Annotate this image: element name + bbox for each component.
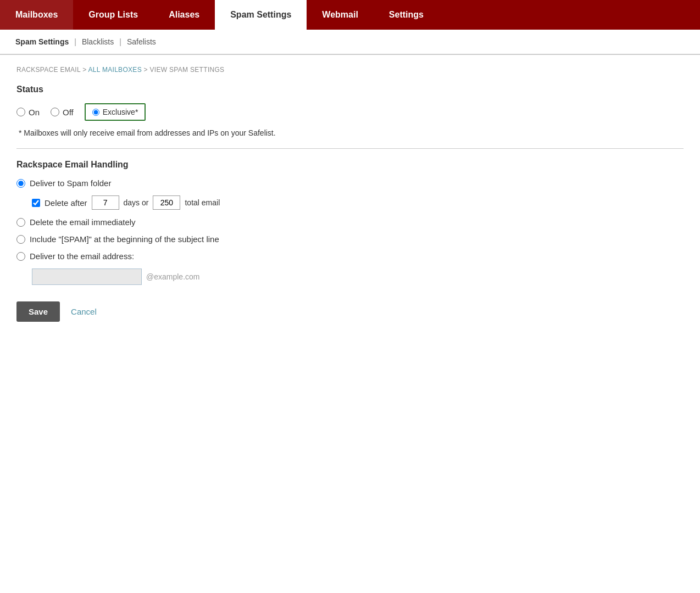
cancel-button[interactable]: Cancel bbox=[71, 307, 97, 316]
status-off-radio[interactable] bbox=[51, 108, 59, 116]
delete-after-checkbox[interactable] bbox=[32, 199, 40, 207]
top-nav: Mailboxes Group Lists Aliases Spam Setti… bbox=[0, 0, 700, 30]
email-address-input[interactable] bbox=[32, 268, 142, 285]
days-or-label: days or bbox=[124, 198, 149, 207]
nav-aliases[interactable]: Aliases bbox=[153, 0, 215, 30]
handling-spam-folder-option[interactable]: Deliver to Spam folder bbox=[16, 178, 684, 188]
email-address-row: @example.com bbox=[32, 268, 684, 285]
at-domain-label: @example.com bbox=[146, 272, 199, 281]
status-off-item[interactable]: Off bbox=[51, 108, 74, 117]
sub-nav-spam-settings[interactable]: Spam Settings bbox=[11, 35, 73, 48]
handling-spam-tag-option[interactable]: Include "[SPAM]" at the beginning of the… bbox=[16, 234, 684, 244]
breadcrumb-all-mailboxes[interactable]: ALL MAILBOXES bbox=[88, 66, 142, 74]
status-exclusive-radio[interactable] bbox=[92, 109, 99, 116]
button-row: Save Cancel bbox=[16, 301, 684, 322]
delete-after-label[interactable]: Delete after bbox=[45, 198, 87, 208]
breadcrumb-view-spam-settings: VIEW SPAM SETTINGS bbox=[150, 66, 225, 74]
delete-after-days-input[interactable] bbox=[92, 195, 119, 210]
handling-delete-label[interactable]: Delete the email immediately bbox=[30, 217, 136, 227]
status-radio-group: On Off Exclusive* bbox=[16, 103, 684, 121]
handling-deliver-address-label[interactable]: Deliver to the email address: bbox=[30, 251, 134, 261]
section-divider bbox=[16, 148, 684, 149]
delete-after-emails-input[interactable] bbox=[153, 195, 180, 210]
nav-mailboxes[interactable]: Mailboxes bbox=[0, 0, 73, 30]
handling-delete-radio[interactable] bbox=[16, 218, 25, 227]
handling-spam-folder-radio[interactable] bbox=[16, 179, 25, 188]
status-exclusive-label[interactable]: Exclusive* bbox=[103, 108, 138, 116]
status-on-item[interactable]: On bbox=[16, 108, 40, 117]
handling-delete-option[interactable]: Delete the email immediately bbox=[16, 217, 684, 227]
handling-spam-folder-label[interactable]: Deliver to Spam folder bbox=[30, 178, 111, 188]
delete-after-row: Delete after days or total email bbox=[32, 195, 684, 210]
status-title: Status bbox=[16, 85, 684, 94]
handling-spam-tag-label[interactable]: Include "[SPAM]" at the beginning of the… bbox=[30, 234, 219, 244]
status-exclusive-item[interactable]: Exclusive* bbox=[85, 103, 146, 121]
total-email-label: total email bbox=[185, 198, 220, 207]
status-on-label[interactable]: On bbox=[29, 108, 40, 117]
save-button[interactable]: Save bbox=[16, 301, 60, 322]
sub-nav-sep-1: | bbox=[74, 37, 76, 46]
status-off-label[interactable]: Off bbox=[63, 108, 74, 117]
status-on-radio[interactable] bbox=[16, 108, 25, 116]
sub-nav-safelists[interactable]: Safelists bbox=[123, 35, 160, 48]
handling-spam-tag-radio[interactable] bbox=[16, 235, 25, 244]
nav-settings[interactable]: Settings bbox=[374, 0, 439, 30]
main-content: RACKSPACE EMAIL > ALL MAILBOXES > VIEW S… bbox=[0, 55, 700, 333]
nav-spam-settings[interactable]: Spam Settings bbox=[215, 0, 307, 30]
handling-title: Rackspace Email Handling bbox=[16, 160, 684, 170]
nav-group-lists[interactable]: Group Lists bbox=[73, 0, 153, 30]
sub-nav-sep-2: | bbox=[119, 37, 121, 46]
breadcrumb-rackspace-email: RACKSPACE EMAIL bbox=[16, 66, 81, 74]
breadcrumb-sep-1: > bbox=[82, 66, 88, 74]
breadcrumb: RACKSPACE EMAIL > ALL MAILBOXES > VIEW S… bbox=[16, 66, 684, 74]
handling-deliver-address-radio[interactable] bbox=[16, 252, 25, 261]
sub-nav: Spam Settings | Blacklists | Safelists bbox=[0, 30, 700, 55]
status-note: * Mailboxes will only receive email from… bbox=[19, 128, 684, 137]
handling-deliver-address-option[interactable]: Deliver to the email address: bbox=[16, 251, 684, 261]
nav-webmail[interactable]: Webmail bbox=[307, 0, 374, 30]
sub-nav-blacklists[interactable]: Blacklists bbox=[77, 35, 118, 48]
breadcrumb-sep-2: > bbox=[144, 66, 150, 74]
